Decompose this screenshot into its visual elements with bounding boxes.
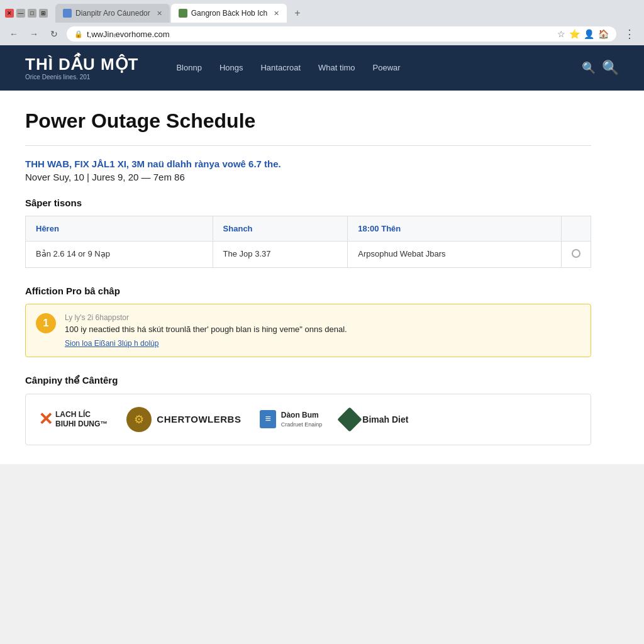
company-logo-1: ✕ LACH LÍC BIUHI DUNG™ xyxy=(38,409,108,430)
bimah-icon xyxy=(337,407,362,432)
back-button[interactable]: ← xyxy=(6,26,21,42)
lock-icon: 🔒 xyxy=(74,30,83,38)
data-table: Hêren Shanch 18:00 Thên Bản 2.6 14 or 9 … xyxy=(25,216,591,268)
nav-item-whattimo[interactable]: What timo xyxy=(318,63,355,72)
table-col-heren: Hêren xyxy=(26,216,213,241)
window-controls: ✕ — □ ⊞ xyxy=(5,9,48,18)
company3-name: Dàon Bum xyxy=(281,411,323,419)
table-cell-1: Bản 2.6 14 or 9 Nạp xyxy=(26,241,213,267)
minimize-button[interactable]: — xyxy=(16,9,25,18)
search-area: 🔍 🔍 xyxy=(582,60,619,76)
home-icon[interactable]: 🏠 xyxy=(598,29,609,39)
company-logo-4: Bimah Diet xyxy=(341,411,408,428)
star-outline-icon[interactable]: ☆ xyxy=(557,29,565,39)
nav-item-blonnp[interactable]: Blonnp xyxy=(176,63,201,72)
search-icon-large[interactable]: 🔍 xyxy=(602,60,619,76)
page-content: THÌ DẦU MỘT Orice Deenis lines. 201 Blon… xyxy=(0,45,644,464)
company1-sub: BIUHI DUNG™ xyxy=(55,419,108,428)
maximize-button[interactable]: □ xyxy=(28,9,36,18)
company-logo-3: ≡ Dàon Bum Cradruet Enainp xyxy=(260,410,322,428)
nav-item-poewar[interactable]: Poewar xyxy=(373,63,401,72)
browser-window: ✕ — □ ⊞ Dianpitr Aro Cáunedor ✕ Gangron … xyxy=(0,0,644,464)
section2-heading: Affiction Pro bâ châp xyxy=(25,286,591,296)
star-icon[interactable]: ⭐ xyxy=(569,29,580,39)
alert-title: Ly ly's 2i 6happstor xyxy=(65,313,580,322)
tab-bar: Dianpitr Aro Cáunedor ✕ Gangron Bàck Hob… xyxy=(55,4,306,23)
section3-heading: Cânpiny thể Cântêrg xyxy=(25,375,591,386)
company-logo-2: ⚙ CHERTOWLERBS xyxy=(126,407,241,432)
table-cell-radio[interactable] xyxy=(562,241,591,267)
subtitle-black: Nover Suy, 10 | Jures 9, 20 — 7em 86 xyxy=(25,172,591,182)
tab1-close[interactable]: ✕ xyxy=(157,9,162,18)
new-window-button[interactable]: ⊞ xyxy=(39,9,48,18)
table-col-shanch: Shanch xyxy=(213,216,348,241)
daon-badge: ≡ xyxy=(260,410,275,428)
tab1-favicon xyxy=(63,9,72,18)
table-cell-2: The Jop 3.37 xyxy=(213,241,348,267)
chertowlerbs-icon: ⚙ xyxy=(126,407,152,432)
search-icon-small[interactable]: 🔍 xyxy=(582,61,596,75)
address-bar-icons: ☆ ⭐ 👤 🏠 xyxy=(557,29,609,39)
browser-menu-button[interactable]: ⋮ xyxy=(621,27,638,41)
radio-button[interactable] xyxy=(572,249,580,258)
logo-title: THÌ DẦU MỘT xyxy=(25,55,138,74)
tab-1[interactable]: Dianpitr Aro Cáunedor ✕ xyxy=(55,4,170,23)
subtitle-blue: THH WAB, FIX JÅL1 XI, 3M naü dlahh rànya… xyxy=(25,158,591,169)
address-bar[interactable]: 🔒 t,wwJin₍evorhome.com ☆ ⭐ 👤 🏠 xyxy=(67,26,616,42)
url-text: t,wwJin₍evorhome.com xyxy=(87,30,553,39)
reload-button[interactable]: ↻ xyxy=(47,26,62,42)
nav-item-hantacroat[interactable]: Hantacroat xyxy=(260,63,301,72)
section1-heading: Sâper tisons xyxy=(25,197,591,208)
alert-box: 1 Ly ly's 2i 6happstor 100 iy neactied t… xyxy=(25,304,591,357)
company3-sub: Cradruet Enainp xyxy=(281,421,323,428)
company4-name: Bimah Diet xyxy=(362,414,408,425)
alert-badge: 1 xyxy=(36,313,56,333)
table-row: Bản 2.6 14 or 9 Nạp The Jop 3.37 Arpsoph… xyxy=(26,241,591,267)
tab1-label: Dianpitr Aro Cáunedor xyxy=(75,9,150,18)
tab2-close[interactable]: ✕ xyxy=(274,9,279,18)
forward-button[interactable]: → xyxy=(26,26,42,42)
tab2-favicon xyxy=(179,9,187,18)
alert-content: Ly ly's 2i 6happstor 100 iy neactied thi… xyxy=(65,313,580,348)
table-col-action xyxy=(562,216,591,241)
company1-name: LACH LÍC xyxy=(55,410,108,419)
divider xyxy=(25,145,591,146)
address-bar-row: ← → ↻ 🔒 t,wwJin₍evorhome.com ☆ ⭐ 👤 🏠 ⋮ xyxy=(0,23,644,45)
title-bar: ✕ — □ ⊞ Dianpitr Aro Cáunedor ✕ Gangron … xyxy=(0,0,644,23)
main-body: Power Outage Schedule THH WAB, FIX JÅL1 … xyxy=(0,91,616,464)
new-tab-button[interactable]: + xyxy=(288,4,306,23)
lach-lic-text: LACH LÍC BIUHI DUNG™ xyxy=(55,410,108,428)
site-logo: THÌ DẦU MỘT Orice Deenis lines. 201 xyxy=(25,55,138,80)
close-button[interactable]: ✕ xyxy=(5,9,14,18)
site-header: THÌ DẦU MỘT Orice Deenis lines. 201 Blon… xyxy=(0,45,644,91)
x-logo-icon: ✕ xyxy=(38,409,53,430)
page-title: Power Outage Schedule xyxy=(25,109,591,133)
alert-text: 100 iy neactied this há skút trounlã the… xyxy=(65,325,580,334)
nav-item-hongs[interactable]: Hongs xyxy=(219,63,243,72)
site-nav: Blonnp Hongs Hantacroat What timo Poewar xyxy=(176,63,400,72)
company2-name: CHERTOWLERBS xyxy=(157,414,241,425)
tab-2[interactable]: Gangron Bàck Hob Ich ✕ xyxy=(171,4,287,23)
table-cell-3: Arpsophud Webat Jbars xyxy=(348,241,562,267)
profile-icon[interactable]: 👤 xyxy=(584,29,594,39)
logo-subtitle: Orice Deenis lines. 201 xyxy=(25,74,138,80)
alert-link[interactable]: Sion loa Eißani 3lúp h dolúp xyxy=(65,339,158,348)
logos-section: ✕ LACH LÍC BIUHI DUNG™ ⚙ CHERTOWLERBS xyxy=(25,394,591,445)
table-col-time: 18:00 Thên xyxy=(348,216,562,241)
tab2-label: Gangron Bàck Hob Ich xyxy=(191,9,267,18)
